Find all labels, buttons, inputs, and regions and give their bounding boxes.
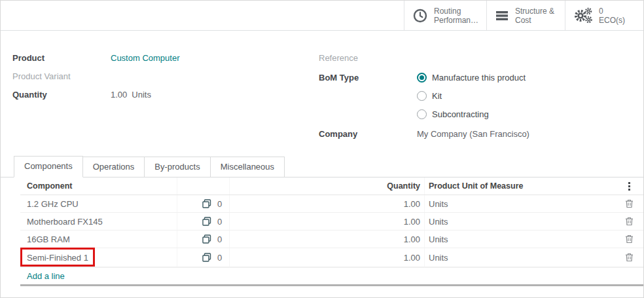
copy-icon [202, 253, 211, 262]
product-label: Product [12, 53, 111, 64]
stat-button-bar: Routing Performan… Structure & Cost [1, 1, 643, 31]
radio-label: Subcontracting [432, 109, 489, 119]
quantity-number: 1.00 [111, 90, 127, 100]
eco-label: ECO(s) [599, 16, 625, 25]
bom-form-sheet: Product Custom Computer Product Variant … [1, 31, 643, 147]
bom-count-cell[interactable]: 0 [177, 231, 230, 248]
quantity-unit: Units [132, 90, 151, 100]
uom-cell[interactable]: Units [425, 213, 575, 230]
bom-type-radio-group: Manufacture this product Kit Subcontract… [417, 73, 526, 128]
bom-form-window: Routing Performan… Structure & Cost [0, 0, 644, 298]
bom-count-cell[interactable]: 0 [177, 248, 230, 267]
product-variant-field-row: Product Variant [12, 71, 319, 82]
quantity-cell[interactable]: 1.00 [230, 231, 425, 248]
table-row[interactable]: 1.2 GHz CPU 0 1.00 Units [20, 195, 643, 213]
bom-type-label: BoM Type [319, 73, 417, 128]
column-header-quantity[interactable]: Quantity [230, 177, 425, 195]
bom-count: 0 [217, 199, 222, 209]
add-line-row: Add a line [20, 267, 643, 284]
uom-cell[interactable]: Units [425, 195, 575, 212]
quantity-value[interactable]: 1.00Units [111, 90, 151, 100]
radio-unselected-icon[interactable] [417, 109, 427, 119]
optional-columns-icon[interactable] [624, 181, 634, 192]
component-name: Semi-Finished 1 [27, 253, 88, 263]
bom-count: 0 [217, 217, 222, 227]
gears-icon [573, 7, 593, 24]
radio-label: Kit [432, 91, 442, 101]
delete-row-icon[interactable] [625, 217, 634, 226]
delete-row-icon[interactable] [625, 253, 634, 262]
table-row[interactable]: Semi-Finished 1 0 1.00 Units [20, 248, 643, 267]
structure-cost-button[interactable]: Structure & Cost [486, 1, 565, 30]
copy-icon [202, 234, 211, 244]
quantity-field-row: Quantity 1.00Units [12, 90, 319, 100]
quantity-label: Quantity [12, 90, 111, 100]
company-field-row: Company My Company (San Francisco) [319, 129, 632, 140]
uom-cell[interactable]: Units [425, 231, 575, 248]
bom-count: 0 [217, 234, 222, 244]
quantity-cell[interactable]: 1.00 [230, 213, 425, 230]
delete-row-icon[interactable] [625, 199, 634, 208]
stat-label-line2: Performan… [434, 16, 478, 25]
clock-icon [412, 8, 428, 24]
uom-cell[interactable]: Units [425, 248, 575, 267]
component-name-cell[interactable]: 1.2 GHz CPU [20, 195, 177, 212]
stat-label-line2: Cost [515, 16, 554, 25]
eco-button[interactable]: 0 ECO(s) [565, 1, 643, 30]
routing-performance-button[interactable]: Routing Performan… [404, 1, 486, 30]
stat-label-line1: Structure & [515, 7, 554, 16]
column-header-bom [177, 177, 230, 195]
column-header-component[interactable]: Component [20, 177, 177, 195]
stat-label-line1: Routing [434, 7, 478, 16]
bars-icon [495, 9, 509, 23]
table-header-row: Component Quantity Product Unit of Measu… [20, 177, 643, 195]
radio-selected-icon[interactable] [417, 73, 427, 83]
company-label: Company [319, 129, 417, 140]
radio-kit[interactable]: Kit [417, 91, 526, 101]
copy-icon [202, 217, 211, 226]
radio-unselected-icon[interactable] [417, 91, 427, 101]
product-variant-label: Product Variant [12, 71, 111, 82]
quantity-cell[interactable]: 1.00 [230, 195, 425, 212]
delete-row-icon[interactable] [625, 234, 634, 244]
table-row[interactable]: Motherboard FX145 0 1.00 Units [20, 213, 643, 231]
product-field-row: Product Custom Computer [12, 53, 319, 64]
radio-manufacture[interactable]: Manufacture this product [417, 73, 526, 83]
component-name-cell[interactable]: Motherboard FX145 [20, 213, 177, 230]
radio-label: Manufacture this product [432, 73, 526, 83]
add-a-line-link[interactable]: Add a line [27, 271, 65, 281]
quantity-cell[interactable]: 1.00 [230, 248, 425, 267]
component-name-cell[interactable]: 16GB RAM [20, 231, 177, 248]
product-value-link[interactable]: Custom Computer [111, 53, 179, 64]
bom-type-field-row: BoM Type Manufacture this product Kit Su… [319, 73, 632, 128]
copy-icon [202, 199, 211, 208]
company-value[interactable]: My Company (San Francisco) [417, 129, 529, 140]
radio-subcontracting[interactable]: Subcontracting [417, 109, 526, 119]
table-row[interactable]: 16GB RAM 0 1.00 Units [20, 231, 643, 248]
bom-count: 0 [217, 253, 222, 263]
bom-count-cell[interactable]: 0 [177, 213, 230, 230]
eco-count: 0 [599, 7, 625, 16]
tab-operations[interactable]: Operations [82, 157, 145, 177]
tab-miscellaneous[interactable]: Miscellaneous [210, 157, 285, 177]
reference-label: Reference [319, 53, 417, 64]
column-header-uom[interactable]: Product Unit of Measure [425, 177, 575, 195]
bom-count-cell[interactable]: 0 [177, 195, 230, 212]
component-name-cell[interactable]: Semi-Finished 1 [20, 248, 177, 267]
tab-components[interactable]: Components [14, 156, 83, 177]
notebook-tabs: Components Operations By-products Miscel… [1, 155, 643, 177]
tab-by-products[interactable]: By-products [144, 157, 210, 177]
components-table: Component Quantity Product Unit of Measu… [20, 177, 643, 286]
reference-field-row: Reference [319, 53, 632, 64]
